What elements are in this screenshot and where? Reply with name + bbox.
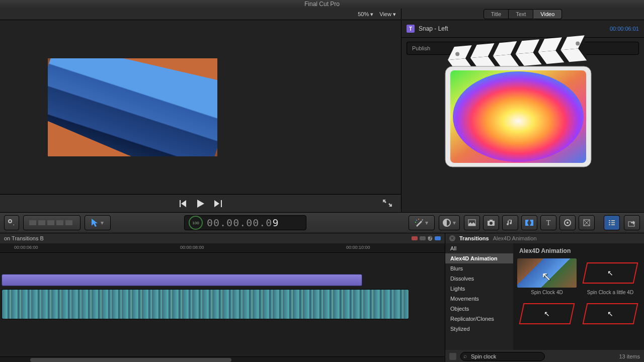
cursor-icon: ↖ bbox=[541, 269, 551, 284]
svg-rect-5 bbox=[65, 220, 72, 225]
viewer-pane: 50% ▾ View ▾ bbox=[0, 9, 401, 212]
category-lights[interactable]: Lights bbox=[445, 284, 513, 294]
tab-text[interactable]: Text bbox=[509, 9, 533, 19]
svg-rect-22 bbox=[611, 224, 615, 225]
svg-point-6 bbox=[416, 220, 417, 221]
browser-title: Transitions bbox=[459, 235, 489, 241]
publish-row[interactable]: Publish bbox=[407, 42, 639, 55]
themes-browser-button[interactable] bbox=[579, 215, 595, 230]
timecode-digits: 00.00.00.09 bbox=[207, 217, 279, 229]
solo-toggle[interactable] bbox=[435, 236, 441, 240]
inspector-timecode: 00:00:06:01 bbox=[610, 26, 639, 32]
category-movements[interactable]: Movements bbox=[445, 294, 513, 304]
category-replicator[interactable]: Replicator/Clones bbox=[445, 314, 513, 324]
transition-item-spin-clock-little-4d[interactable]: Spin Clock a little 4D bbox=[581, 258, 640, 295]
transition-item-spin-clock-4d[interactable]: ↖ Spin Clock 4D bbox=[517, 258, 577, 295]
select-tool[interactable]: ▾ bbox=[85, 215, 111, 230]
svg-rect-11 bbox=[490, 220, 493, 221]
category-stylized[interactable]: Stylized bbox=[445, 324, 513, 334]
svg-point-7 bbox=[418, 219, 419, 220]
title-clip[interactable] bbox=[2, 274, 362, 286]
inspector-item-name: Snap - Left bbox=[419, 25, 448, 32]
timeline-pane: on Transitions B ↻ 00:00:06:00 00:00:08:… bbox=[0, 233, 445, 362]
video-clip[interactable] bbox=[2, 289, 409, 319]
fullscreen-button[interactable] bbox=[383, 200, 392, 207]
skimming-toggle[interactable] bbox=[420, 236, 426, 240]
svg-rect-2 bbox=[38, 220, 45, 225]
browser-view-toggle[interactable] bbox=[449, 353, 456, 360]
titles-browser-button[interactable]: T bbox=[540, 215, 556, 230]
camera-import-button[interactable] bbox=[483, 215, 499, 230]
svg-rect-20 bbox=[611, 222, 615, 223]
svg-rect-4 bbox=[56, 220, 63, 225]
clip-appearance-button[interactable] bbox=[23, 215, 80, 230]
category-list: All Alex4D Animation Blurs Dissolves Lig… bbox=[445, 243, 513, 350]
prev-frame-button[interactable] bbox=[179, 200, 187, 207]
timeline-index-button[interactable] bbox=[604, 215, 620, 230]
timeline-scrollbar[interactable] bbox=[0, 356, 445, 362]
effects-browser: ✕ Transitions Alex4D Animation All Alex4… bbox=[445, 233, 644, 362]
svg-rect-19 bbox=[609, 222, 610, 223]
photos-browser-button[interactable] bbox=[464, 215, 480, 230]
svg-rect-18 bbox=[611, 220, 615, 221]
svg-rect-21 bbox=[609, 224, 610, 225]
music-browser-button[interactable] bbox=[502, 215, 518, 230]
snapping-toggle[interactable]: ↻ bbox=[428, 236, 433, 241]
timeline-tracks[interactable] bbox=[0, 253, 445, 356]
tab-title[interactable]: Title bbox=[484, 9, 509, 19]
transitions-browser-button[interactable] bbox=[521, 215, 537, 230]
generators-browser-button[interactable] bbox=[559, 215, 576, 230]
play-button[interactable] bbox=[197, 200, 204, 208]
retiming-menu[interactable]: ▾ bbox=[439, 215, 460, 230]
category-dissolves[interactable]: Dissolves bbox=[445, 274, 513, 284]
audio-meter-indicator bbox=[412, 236, 418, 240]
svg-point-15 bbox=[567, 222, 569, 224]
main-toolbar: ▾ 100 00.00.00.09 ▾ ▾ T bbox=[0, 212, 644, 233]
item-count: 13 items bbox=[619, 353, 640, 359]
category-blurs[interactable]: Blurs bbox=[445, 263, 513, 274]
search-input[interactable] bbox=[460, 352, 545, 361]
svg-point-8 bbox=[415, 222, 416, 223]
svg-point-0 bbox=[9, 220, 12, 223]
zoom-dropdown[interactable]: 50% ▾ bbox=[358, 11, 373, 18]
grid-heading: Alex4D Animation bbox=[519, 247, 640, 254]
timeline-ruler[interactable]: 00:00:06:00 00:00:08:00 00:00:10:00 bbox=[0, 243, 445, 253]
background-render-indicator: 100 bbox=[189, 216, 203, 230]
view-dropdown[interactable]: View ▾ bbox=[379, 11, 396, 18]
category-objects[interactable]: Objects bbox=[445, 304, 513, 314]
svg-rect-3 bbox=[47, 220, 54, 225]
transition-item-4[interactable] bbox=[581, 299, 640, 330]
timeline-project-name: on Transitions B bbox=[4, 235, 44, 241]
transition-item-3[interactable] bbox=[517, 299, 577, 330]
window-title: Final Cut Pro bbox=[0, 0, 644, 9]
next-frame-button[interactable] bbox=[214, 200, 222, 207]
close-browser-button[interactable]: ✕ bbox=[449, 235, 455, 241]
timecode-display[interactable]: 100 00.00.00.09 bbox=[184, 215, 306, 230]
share-button[interactable] bbox=[624, 215, 640, 230]
title-type-icon: T bbox=[407, 25, 415, 33]
key-button[interactable] bbox=[4, 215, 19, 230]
enhance-menu[interactable]: ▾ bbox=[409, 215, 435, 230]
browser-crumb: Alex4D Animation bbox=[493, 235, 537, 241]
svg-rect-17 bbox=[609, 220, 610, 221]
category-all[interactable]: All bbox=[445, 243, 513, 253]
viewer-canvas[interactable] bbox=[0, 20, 401, 194]
svg-text:T: T bbox=[546, 219, 551, 227]
preview-frame bbox=[48, 58, 217, 156]
tab-video[interactable]: Video bbox=[533, 9, 562, 19]
svg-point-12 bbox=[490, 222, 493, 225]
inspector-pane: Title Text Video T Snap - Left 00:00:06:… bbox=[401, 9, 644, 212]
svg-rect-1 bbox=[29, 220, 36, 225]
category-alex4d[interactable]: Alex4D Animation bbox=[445, 253, 513, 263]
